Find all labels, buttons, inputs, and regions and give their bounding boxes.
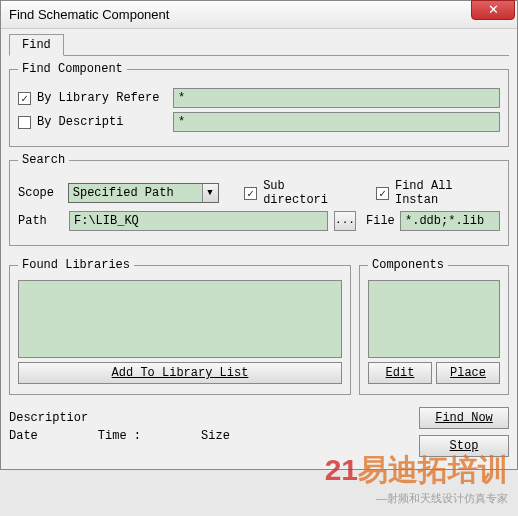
tabstrip: Find xyxy=(9,33,509,56)
add-to-library-list-button[interactable]: Add To Library List xyxy=(18,362,342,384)
found-libraries-list[interactable] xyxy=(18,280,342,358)
by-description-checkbox[interactable] xyxy=(18,116,31,129)
tab-find[interactable]: Find xyxy=(9,34,64,56)
components-list[interactable] xyxy=(368,280,500,358)
find-all-checkbox[interactable] xyxy=(376,187,389,200)
chevron-down-icon[interactable]: ▼ xyxy=(202,184,218,202)
find-component-legend: Find Component xyxy=(18,62,127,76)
find-now-button[interactable]: Find Now xyxy=(419,407,509,429)
browse-button[interactable]: ... xyxy=(334,211,356,231)
components-legend: Components xyxy=(368,258,448,272)
size-label: Size xyxy=(201,429,230,443)
window-title: Find Schematic Component xyxy=(9,7,169,22)
scope-label: Scope xyxy=(18,186,62,200)
file-filter-input[interactable] xyxy=(400,211,500,231)
close-button[interactable]: ✕ xyxy=(471,0,515,20)
scope-value: Specified Path xyxy=(69,186,202,200)
path-label: Path xyxy=(18,214,63,228)
find-all-label: Find All Instan xyxy=(395,179,500,207)
time-label: Time : xyxy=(98,429,141,443)
found-libraries-legend: Found Libraries xyxy=(18,258,134,272)
by-description-label: By Descripti xyxy=(37,115,167,129)
search-legend: Search xyxy=(18,153,69,167)
place-button[interactable]: Place xyxy=(436,362,500,384)
titlebar: Find Schematic Component ✕ xyxy=(1,1,517,29)
sub-directories-label: Sub directori xyxy=(263,179,354,207)
date-label: Date xyxy=(9,429,38,443)
path-input[interactable] xyxy=(69,211,328,231)
stop-button[interactable]: Stop xyxy=(419,435,509,457)
find-component-group: Find Component By Library Refere By Desc… xyxy=(9,62,509,147)
scope-select[interactable]: Specified Path ▼ xyxy=(68,183,219,203)
by-lib-ref-label: By Library Refere xyxy=(37,91,167,105)
file-label: File xyxy=(366,214,394,228)
by-description-input[interactable] xyxy=(173,112,500,132)
by-lib-ref-checkbox[interactable] xyxy=(18,92,31,105)
by-lib-ref-input[interactable] xyxy=(173,88,500,108)
sub-directories-checkbox[interactable] xyxy=(244,187,257,200)
components-group: Components Edit Place xyxy=(359,258,509,395)
found-libraries-group: Found Libraries Add To Library List xyxy=(9,258,351,395)
edit-button[interactable]: Edit xyxy=(368,362,432,384)
description-label: Descriptior xyxy=(9,411,88,425)
search-group: Search Scope Specified Path ▼ Sub direct… xyxy=(9,153,509,246)
